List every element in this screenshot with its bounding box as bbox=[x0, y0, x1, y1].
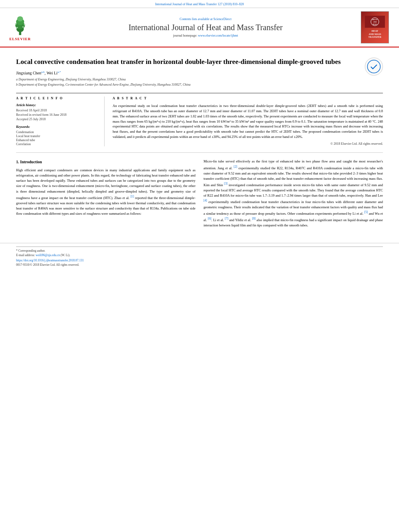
article-history-label: Article history: bbox=[16, 103, 98, 107]
keyword-1: Condensation bbox=[16, 130, 98, 134]
ref-3[interactable]: [3] bbox=[224, 182, 228, 185]
body-col-left: 1. Introduction High efficient and compa… bbox=[16, 159, 195, 230]
homepage-url[interactable]: www.elsevier.com/locate/ijhmt bbox=[198, 34, 238, 37]
check-updates-icon bbox=[367, 60, 381, 74]
body-para-1: High efficient and compact condensers ar… bbox=[16, 168, 195, 216]
author2-name: , Wei Li bbox=[45, 71, 58, 75]
page: International Journal of Heat and Mass T… bbox=[0, 0, 399, 532]
revised-date: Received in revised form 16 June 2018 bbox=[16, 113, 98, 117]
header-left: ELSEVIER bbox=[8, 11, 52, 43]
authors-line: Jingxiang Chena,b, Wei Lia,* bbox=[16, 70, 359, 75]
article-title-text: Local convective condensation heat trans… bbox=[16, 58, 359, 88]
ref-2[interactable]: [2] bbox=[234, 165, 237, 168]
footer-issn: 0017-9310/© 2018 Elsevier Ltd. All right… bbox=[16, 263, 383, 267]
svg-text:AND: AND bbox=[373, 21, 377, 23]
abstract-section: A B S T R A C T An experimental study on… bbox=[113, 97, 383, 146]
email-suffix: (W. Li). bbox=[60, 253, 70, 257]
body-columns: 1. Introduction High efficient and compa… bbox=[16, 159, 383, 230]
author1-name: Jingxiang Chen bbox=[16, 71, 41, 75]
ref-1[interactable]: [1] bbox=[130, 195, 134, 198]
article-info-col: A R T I C L E I N F O Article history: R… bbox=[16, 97, 105, 146]
ref-5[interactable]: [5] bbox=[364, 210, 368, 214]
page-footer: * Corresponding author. E-mail address: … bbox=[0, 243, 399, 269]
journal-homepage: journal homepage: www.elsevier.com/locat… bbox=[173, 34, 238, 37]
ref-8[interactable]: [8] bbox=[252, 217, 256, 220]
svg-point-4 bbox=[17, 16, 23, 21]
article-info-heading: A R T I C L E I N F O bbox=[16, 97, 98, 100]
header-center: Contents lists available at ScienceDirec… bbox=[56, 11, 355, 43]
elsevier-text: ELSEVIER bbox=[9, 37, 31, 41]
keyword-3: Enhanced tube bbox=[16, 138, 98, 142]
svg-point-8 bbox=[24, 24, 25, 26]
journal-bar-text: International Journal of Heat and Mass T… bbox=[155, 2, 244, 6]
svg-point-14 bbox=[368, 60, 380, 73]
elsevier-logo: ELSEVIER bbox=[8, 14, 32, 41]
abstract-text: An experimental study on local condensat… bbox=[113, 103, 383, 139]
journal-title: International Journal of Heat and Mass T… bbox=[128, 23, 282, 32]
affiliation-a: a Department of Energy Engineering, Zhej… bbox=[16, 78, 359, 81]
footnote-star: * Corresponding author. bbox=[16, 249, 45, 253]
elsevier-tree-icon bbox=[8, 14, 32, 36]
svg-point-5 bbox=[16, 27, 18, 29]
author2-super: a,* bbox=[58, 70, 61, 74]
section-divider bbox=[16, 152, 383, 153]
article-title: Local convective condensation heat trans… bbox=[16, 58, 359, 66]
ref-7[interactable]: [7] bbox=[225, 217, 228, 220]
science-direct-line: Contents lists available at ScienceDirec… bbox=[180, 17, 232, 21]
keywords-label: Keywords: bbox=[16, 125, 98, 129]
footer-footnote: * Corresponding author. bbox=[16, 249, 383, 253]
svg-text:MASS: MASS bbox=[372, 23, 377, 25]
svg-point-6 bbox=[23, 26, 24, 28]
accepted-date: Accepted 25 July 2018 bbox=[16, 117, 98, 121]
copyright-line: © 2018 Elsevier Ltd. All rights reserved… bbox=[113, 142, 383, 146]
info-section: A R T I C L E I N F O Article history: R… bbox=[16, 93, 383, 146]
doi-link[interactable]: https://doi.org/10.1016/j.ijheatmasstran… bbox=[16, 259, 84, 262]
content-area: Local convective condensation heat trans… bbox=[0, 47, 399, 237]
article-title-section: Local convective condensation heat trans… bbox=[16, 53, 383, 88]
check-badge bbox=[365, 58, 383, 76]
body-col-right: Micro-fin tube served effectively as the… bbox=[204, 159, 383, 230]
keywords-section: Keywords: Condensation Local heat transf… bbox=[16, 125, 98, 146]
keyword-2: Local heat transfer bbox=[16, 134, 98, 138]
section1-title: 1. Introduction bbox=[16, 159, 195, 165]
journal-cover: HEAT AND MASS HEATAND MASSTRANSFER bbox=[361, 11, 389, 43]
body-para-2: Micro-fin tube served effectively as the… bbox=[204, 159, 383, 228]
keyword-4: Correlation bbox=[16, 142, 98, 146]
footer-email: E-mail address: weili96@zju.edu.cn (W. L… bbox=[16, 253, 383, 257]
cover-icon: HEAT AND MASS bbox=[365, 16, 385, 28]
footer-doi: https://doi.org/10.1016/j.ijheatmasstran… bbox=[16, 259, 383, 262]
header-right: HEAT AND MASS HEATAND MASSTRANSFER bbox=[359, 11, 391, 43]
received-date: Received 18 April 2018 bbox=[16, 109, 98, 112]
author1-super: a,b bbox=[41, 70, 45, 74]
journal-bar: International Journal of Heat and Mass T… bbox=[0, 0, 399, 8]
email-link[interactable]: weili96@zju.edu.cn bbox=[36, 253, 60, 257]
email-label: E-mail address: bbox=[16, 253, 36, 257]
journal-cover-text: HEAT AND MASS HEATAND MASSTRANSFER bbox=[365, 16, 385, 39]
abstract-heading: A B S T R A C T bbox=[113, 97, 383, 100]
svg-point-7 bbox=[15, 23, 16, 25]
science-direct-prefix: Contents lists available at bbox=[180, 17, 214, 21]
svg-text:HEAT: HEAT bbox=[372, 18, 378, 21]
homepage-prefix: journal homepage: bbox=[173, 34, 198, 37]
header-section: ELSEVIER Contents lists available at Sci… bbox=[0, 8, 399, 47]
cover-label: HEATAND MASSTRANSFER bbox=[365, 30, 385, 39]
ref-4[interactable]: [4] bbox=[204, 199, 207, 202]
affiliation-b: b Department of Energy Engineering, Co-i… bbox=[16, 83, 359, 86]
ref-6[interactable]: [6] bbox=[208, 217, 212, 220]
science-direct-link[interactable]: ScienceDirect bbox=[214, 17, 232, 21]
